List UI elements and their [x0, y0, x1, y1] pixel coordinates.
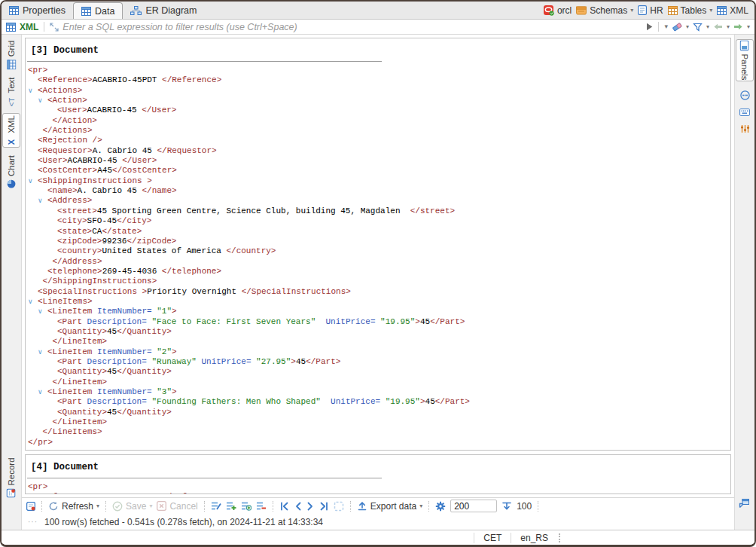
focus-row-button[interactable] [334, 501, 344, 512]
forward-arrow-icon[interactable] [733, 23, 743, 31]
apply-filter-icon[interactable] [646, 23, 653, 31]
connection-schemas[interactable]: Schemas ▾ [576, 5, 633, 16]
duplicate-row-button[interactable] [241, 501, 251, 511]
xml-tag: </ShippingInstructions> [43, 277, 157, 286]
xml-line: <Part Description= "Founding Fathers: Me… [28, 397, 730, 407]
eraser-icon[interactable] [672, 22, 682, 32]
statusbar-grip[interactable] [559, 533, 560, 542]
xml-line: <Part Description= "Runaway" UnitPrice= … [28, 357, 730, 367]
filter-history-dropdown-icon[interactable]: ▾ [664, 23, 668, 30]
xml-tag: </Reference> [162, 75, 221, 85]
results-center: [3] Document <pr><Reference>ACABRIO-45PD… [22, 35, 734, 530]
dbeaver-window: Properties Data ER Diagram orcl Schemas … [0, 0, 756, 547]
cancel-button[interactable]: Cancel [157, 501, 197, 512]
xml-document-view[interactable]: [3] Document <pr><Reference>ACABRIO-45PD… [22, 35, 734, 497]
connection-database[interactable]: orcl [544, 5, 572, 16]
connection-tables[interactable]: Tables ▾ [668, 5, 713, 16]
chart-pie-icon [7, 179, 16, 188]
status-dots-icon[interactable]: ··· [28, 518, 38, 526]
fetch-size-input[interactable] [450, 500, 497, 512]
tab-properties[interactable]: Properties [2, 2, 73, 19]
xml-tag: </Reference> [162, 492, 221, 494]
xml-tag: <User> [57, 105, 87, 115]
previous-row-button[interactable] [294, 501, 302, 512]
svg-text:<T: <T [8, 98, 16, 107]
xml-line: ∨<LineItem ItemNumber= "3"> [28, 387, 730, 397]
xml-line: ∨<Action> [28, 96, 730, 105]
xml-text: ACABRIO-45PDT [93, 75, 162, 85]
forward-dropdown-icon[interactable]: ▾ [747, 24, 750, 30]
rail-tab-xml[interactable]: X XML [2, 113, 20, 148]
fetch-segment-icon[interactable] [501, 502, 512, 511]
collapse-chevron-icon[interactable]: ∨ [38, 387, 47, 397]
xml-tag: </User> [142, 105, 176, 115]
connection-object-xml[interactable]: XML [717, 5, 748, 16]
xml-line: </Action> [28, 116, 730, 126]
tables-dropdown-icon[interactable]: ▾ [709, 8, 712, 14]
record-form-icon[interactable] [26, 502, 35, 511]
back-arrow-icon[interactable] [713, 23, 723, 31]
xml-attribute-name: Description= [87, 357, 152, 367]
record-mode-toggle[interactable]: Record [2, 456, 20, 500]
rail-tab-text[interactable]: <T Text [2, 77, 20, 107]
document-box: [3] Document <pr><Reference>ACABRIO-45PD… [25, 38, 731, 451]
xml-attribute-name: ItemNumber= [97, 307, 157, 316]
back-dropdown-icon[interactable]: ▾ [727, 24, 730, 30]
collapse-chevron-icon[interactable]: ∨ [38, 347, 47, 357]
tab-data[interactable]: Data [73, 2, 123, 19]
collapse-chevron-icon[interactable]: ∨ [28, 86, 38, 96]
segment-size-value: 100 [517, 501, 532, 512]
xml-line: <Quantity>45</Quantity> [28, 327, 730, 337]
previous-row-icon [294, 501, 302, 512]
viewer-type-label[interactable]: XML [20, 22, 38, 32]
timezone-cell[interactable]: CET [474, 533, 511, 543]
first-row-button[interactable] [279, 501, 289, 512]
rail-tab-panels[interactable]: Panels [736, 39, 754, 81]
collapse-chevron-icon[interactable]: ∨ [28, 297, 38, 307]
expand-icon[interactable] [50, 23, 59, 32]
restore-panel-icon[interactable] [739, 498, 750, 509]
funnel-dropdown-icon[interactable]: ▾ [706, 24, 709, 30]
schemas-dropdown-icon[interactable]: ▾ [630, 8, 633, 14]
refresh-button[interactable]: Refresh ▾ [48, 501, 99, 512]
tab-er-diagram[interactable]: ER Diagram [123, 2, 204, 19]
connection-schema-hr[interactable]: HR [638, 5, 663, 16]
gear-icon[interactable] [435, 501, 446, 512]
divider [105, 501, 106, 512]
xml-tag: </country> [226, 246, 276, 256]
xml-tag: > [172, 307, 177, 316]
next-row-button[interactable] [306, 501, 315, 512]
xml-line: <Rejection /> [28, 136, 730, 145]
edit-row-button[interactable] [211, 501, 221, 511]
xml-tag: <city> [57, 216, 87, 226]
locale-label: en_RS [520, 533, 548, 543]
collapse-chevron-icon[interactable]: ∨ [38, 196, 47, 206]
delete-row-button[interactable] [256, 501, 267, 511]
rail-tab-xml-label: XML [7, 115, 16, 133]
document-header: [3] Document [26, 38, 730, 56]
delete-row-icon [256, 501, 267, 511]
rail-tab-chart[interactable]: Chart [2, 154, 20, 190]
presentation-rail: Grid <T Text X XML [2, 35, 22, 530]
xml-attribute-value: "3" [157, 387, 172, 397]
filter-input[interactable] [62, 21, 642, 33]
collapse-chevron-icon[interactable]: ∨ [28, 176, 38, 186]
locale-cell[interactable]: en_RS [511, 533, 557, 543]
eraser-dropdown-icon[interactable]: ▾ [686, 24, 689, 30]
value-viewer-icon[interactable] [740, 90, 750, 100]
xml-text: 45 [425, 397, 435, 407]
last-row-button[interactable] [319, 501, 329, 512]
add-row-button[interactable] [226, 501, 236, 511]
xml-tag: <Reference> [38, 75, 93, 85]
export-data-button[interactable]: Export data ▾ [357, 501, 422, 512]
xml-tag: </LineItem> [53, 337, 108, 347]
rail-tab-chart-label: Chart [7, 155, 16, 176]
xml-tag: </Part> [306, 357, 340, 367]
collapse-chevron-icon[interactable]: ∨ [38, 96, 47, 105]
filter-funnel-icon[interactable] [693, 23, 703, 32]
aggregate-panel-icon[interactable] [740, 124, 750, 133]
calc-panel-icon[interactable] [739, 108, 750, 116]
collapse-chevron-icon[interactable]: ∨ [38, 307, 47, 316]
save-button[interactable]: Save ▾ [112, 501, 152, 512]
rail-tab-grid[interactable]: Grid [2, 39, 20, 71]
